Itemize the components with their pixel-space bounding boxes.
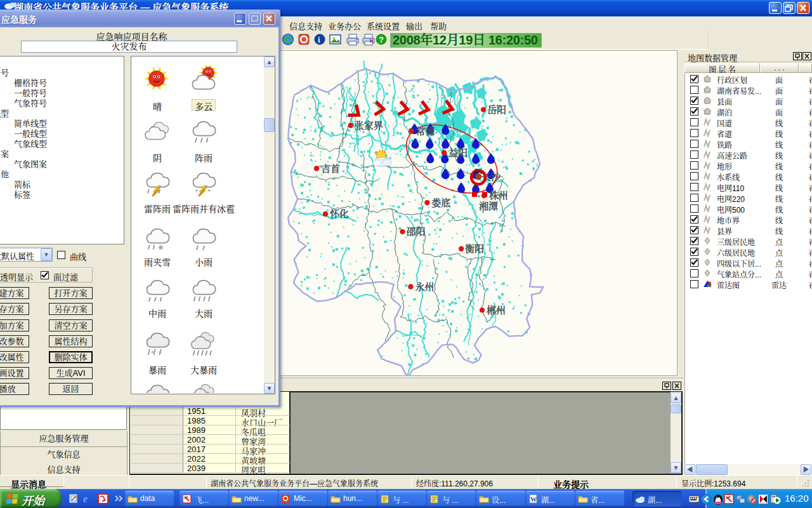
svg-text:?: ? bbox=[379, 35, 384, 44]
svg-text:W: W bbox=[530, 496, 537, 503]
svg-text:常德: 常德 bbox=[416, 124, 435, 137]
svg-text:张家界: 张家界 bbox=[355, 118, 383, 131]
svg-text:永州: 永州 bbox=[415, 279, 434, 293]
svg-text:岳阳: 岳阳 bbox=[487, 102, 506, 116]
svg-text:益阳: 益阳 bbox=[449, 145, 468, 159]
svg-text:e: e bbox=[83, 493, 88, 504]
svg-text:邵阳: 邵阳 bbox=[406, 224, 425, 237]
svg-text:娄底: 娄底 bbox=[431, 196, 450, 209]
svg-text:郴州: 郴州 bbox=[487, 303, 506, 316]
svg-text:衡阳: 衡阳 bbox=[465, 241, 484, 255]
svg-text:怀化: 怀化 bbox=[329, 206, 349, 220]
svg-text:i: i bbox=[318, 35, 320, 44]
svg-text:吉首: 吉首 bbox=[321, 161, 340, 175]
svg-text:湘潭: 湘潭 bbox=[479, 199, 498, 212]
